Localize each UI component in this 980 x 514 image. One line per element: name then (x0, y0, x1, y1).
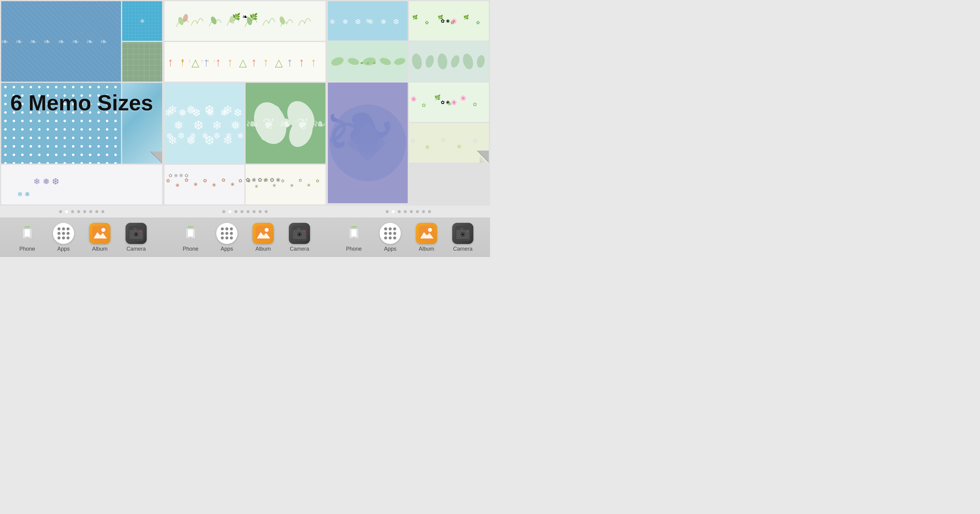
tile-floral-green-sm[interactable]: 🌿✿🌿 ✿🌿✿ (409, 1, 489, 41)
panel-mid[interactable]: ↑ ↑ △ ↑ ↑ ↑ △ ↑ ↑ △ ↑ ↑ ↑ (163, 0, 327, 206)
camera-icon-2[interactable] (289, 223, 310, 244)
svg-text:△: △ (191, 57, 200, 69)
dot[interactable] (404, 210, 407, 213)
svg-text:↑: ↑ (215, 56, 221, 69)
camera-icon-3[interactable] (452, 223, 473, 244)
dock-item-phone-2[interactable]: Phone (177, 223, 204, 252)
dock-item-apps-1[interactable]: Apps (50, 223, 77, 252)
dock-section-2: Phone Apps (163, 218, 327, 257)
tile-botanical-top[interactable] (165, 1, 325, 41)
tile-paisley[interactable] (1, 1, 121, 82)
dot-active[interactable] (228, 210, 231, 213)
dot-active[interactable] (392, 210, 395, 213)
dock-section-1: Phone Apps (0, 218, 163, 257)
dot[interactable] (410, 210, 413, 213)
dot[interactable] (422, 210, 425, 213)
apps-dot (67, 227, 70, 230)
tile-leaf-sm[interactable] (328, 42, 408, 81)
svg-point-116 (265, 228, 269, 232)
dot[interactable] (416, 210, 419, 213)
svg-point-111 (140, 231, 142, 232)
tile-polka-blue[interactable] (1, 83, 121, 163)
apps-icon-1[interactable] (53, 223, 74, 244)
svg-text:❀: ❀ (290, 183, 294, 188)
dot[interactable] (240, 210, 243, 213)
dot[interactable] (259, 210, 262, 213)
svg-text:✿: ✿ (281, 178, 285, 183)
dock-item-album-3[interactable]: Album (413, 223, 440, 252)
tile-snowflake-sm-top[interactable]: ❄❅❆ ❄❅❆ (328, 1, 408, 41)
dock-item-apps-2[interactable]: Apps (213, 223, 240, 252)
dock-item-camera-3[interactable]: Camera (449, 223, 476, 252)
apps-dot (67, 236, 70, 240)
panel-left[interactable]: 6 Memo Sizes (0, 0, 163, 206)
tile-floral-sm1[interactable]: ✿❀✿ ❀✿❀ ✿❀✿ (165, 165, 244, 205)
tile-ornamental-big[interactable] (328, 82, 408, 203)
tile-leaf-sm2[interactable] (409, 42, 489, 81)
svg-rect-124 (352, 230, 356, 236)
tile-snowflake-mid[interactable]: ❄ ❅ ❆ ❄ ❅ ❆ ❄ ❅ ❄ ❅ ❆ ❄ (165, 83, 244, 163)
dock-item-album-1[interactable]: Album (86, 223, 113, 252)
dot[interactable] (386, 210, 389, 213)
apps-icon-3[interactable] (380, 223, 401, 244)
dock-item-apps-3[interactable]: Apps (377, 223, 404, 252)
svg-point-2 (210, 16, 218, 25)
dot[interactable] (89, 210, 92, 213)
dot[interactable] (398, 210, 401, 213)
dot[interactable] (101, 210, 104, 213)
album-icon-2[interactable] (253, 223, 274, 244)
tile-botanical-large[interactable] (246, 83, 325, 163)
svg-text:❆: ❆ (393, 18, 399, 26)
dot[interactable] (247, 210, 250, 213)
dock-item-album-2[interactable]: Album (250, 223, 277, 252)
camera-icon-1[interactable] (126, 223, 147, 244)
dot[interactable] (77, 210, 80, 213)
phone-icon-2[interactable] (180, 223, 201, 244)
dock-item-camera-2[interactable]: Camera (286, 223, 313, 252)
dot[interactable] (59, 210, 62, 213)
tile-daisy[interactable]: ✿❀✿ ❀✿❀ ✿❀✿ (246, 165, 325, 205)
svg-point-35 (281, 119, 290, 128)
svg-text:✿: ✿ (441, 137, 446, 143)
tile-feathers[interactable]: ↑ ↑ △ ↑ ↑ ↑ △ ↑ ↑ △ ↑ ↑ ↑ (165, 42, 325, 82)
album-icon-1[interactable] (89, 223, 110, 244)
phone-icon-3[interactable] (343, 223, 364, 244)
svg-point-76 (476, 55, 485, 69)
dot[interactable] (222, 210, 225, 213)
dot[interactable] (71, 210, 74, 213)
dot[interactable] (83, 210, 86, 213)
dock-item-camera-1[interactable]: Camera (123, 223, 150, 252)
svg-text:✿: ✿ (185, 177, 188, 182)
svg-rect-134 (460, 228, 463, 230)
dot[interactable] (253, 210, 256, 213)
svg-text:✿: ✿ (473, 138, 477, 144)
phone-icon[interactable] (17, 223, 38, 244)
tile-floral-green-col2[interactable]: 🌸✿🌿 ❀🌸✿ (409, 82, 489, 122)
svg-text:❀: ❀ (231, 181, 234, 187)
dot-active[interactable] (65, 210, 68, 213)
dock-label-album-2: Album (255, 246, 271, 252)
apps-icon-2[interactable] (216, 223, 237, 244)
dock-item-phone-1[interactable]: Phone (14, 223, 41, 252)
dot[interactable] (428, 210, 431, 213)
dock-label-apps-3: Apps (384, 246, 396, 252)
dock-label-album-3: Album (418, 246, 434, 252)
svg-point-75 (461, 52, 474, 70)
tile-peel-daisy[interactable]: ✿ ❀ ✿ ❀ ✿ (409, 123, 489, 162)
dot[interactable] (234, 210, 237, 213)
tile-blue-sq[interactable] (122, 1, 162, 41)
dot[interactable] (265, 210, 268, 213)
svg-text:✿: ✿ (247, 178, 251, 183)
album-icon-3[interactable] (416, 223, 437, 244)
dock-label-album-1: Album (92, 246, 107, 252)
svg-text:❅: ❅ (231, 119, 240, 132)
svg-point-73 (437, 53, 448, 70)
dock-item-phone-3[interactable]: Phone (340, 223, 368, 252)
tile-snowflake-color[interactable] (1, 165, 162, 205)
dot[interactable] (95, 210, 98, 213)
svg-text:❄: ❄ (329, 18, 335, 26)
tile-green-grid[interactable] (122, 42, 162, 82)
panel-right[interactable]: ❄❅❆ ❄❅❆ 🌿✿🌿 ✿🌿✿ (327, 0, 490, 206)
svg-text:↑: ↑ (287, 56, 293, 69)
tile-watercolor[interactable] (122, 83, 162, 163)
